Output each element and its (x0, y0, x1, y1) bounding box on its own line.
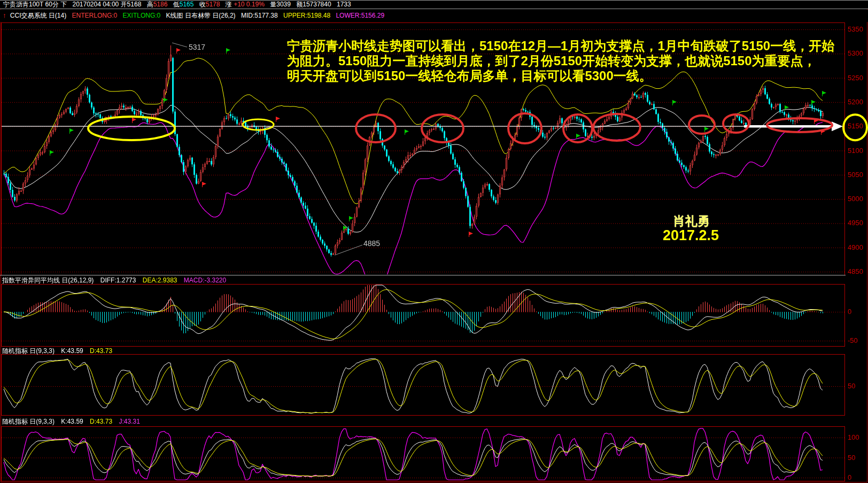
low-label: 低 (173, 1, 180, 8)
boll-upper-value: UPPER:5198.48 (283, 12, 330, 19)
datetime-value: 20170204 04:00 (73, 1, 119, 8)
open-interest-value: 1733 (337, 1, 351, 8)
kline-bollinger-label: K线图 日布林带 日(26,2) (166, 12, 236, 19)
exitlong-value: EXITLONG:0 (123, 12, 161, 19)
boll-mid-value: MID:5177.38 (241, 12, 278, 19)
indicator-toolbar: ↑ CCI交易系统 日(14) ENTERLONG:0 EXITLONG:0 K… (0, 10, 868, 22)
cci-system-label: CCI交易系统 日(14) (10, 12, 66, 19)
futures-trading-chart-window: 宁贵沥青100T 60分 下 20170204 04:00 开5168 高518… (0, 0, 868, 483)
enterlong-value: ENTERLONG:0 (72, 12, 118, 19)
high-label: 高 (147, 1, 153, 8)
amount-value: 额15737840 (296, 1, 331, 8)
close-label: 收 (199, 1, 206, 8)
instrument-name: 宁贵沥青100T 60分 下 (3, 1, 67, 8)
change-value: +10 0.19% (234, 1, 265, 8)
chart-canvas[interactable] (0, 0, 868, 483)
low-value: 5165 (180, 1, 194, 8)
change-label: 涨 (226, 1, 232, 8)
boll-lower-value: LOWER:5156.29 (336, 12, 384, 19)
open-value: 开5168 (121, 1, 142, 8)
title-bar: 宁贵沥青100T 60分 下 20170204 04:00 开5168 高518… (0, 0, 868, 9)
up-arrow-icon: ↑ (3, 11, 6, 19)
high-value: 5186 (153, 1, 168, 8)
volume-value: 量3039 (270, 1, 291, 8)
close-value: 5178 (206, 1, 220, 8)
